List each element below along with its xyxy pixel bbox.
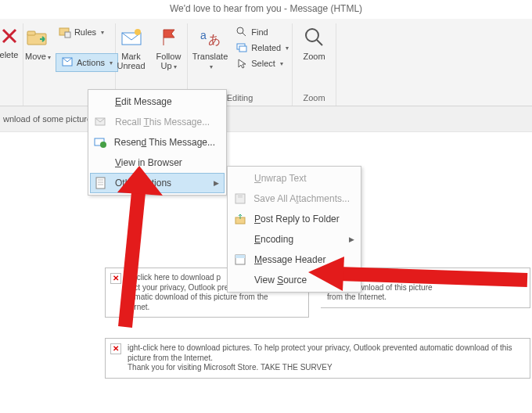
rules-button[interactable]: Rules▾: [56, 25, 118, 39]
related-icon: [235, 41, 248, 54]
svg-rect-5: [65, 32, 70, 38]
save-icon: [232, 192, 247, 206]
svg-point-19: [100, 142, 106, 148]
blocked-x-icon: ✕: [110, 343, 121, 354]
info-bar[interactable]: wnload of some pictures in this message.: [0, 106, 532, 132]
rules-icon: [59, 26, 71, 38]
window-title: We'd love to hear from you - Message (HT…: [0, 0, 532, 19]
menu-unwrap: Unwrap Text Unwrap Text: [229, 168, 359, 189]
sheet-icon: [93, 176, 109, 190]
select-button[interactable]: Select▾: [232, 56, 292, 70]
blocked-image-3[interactable]: ✕ ight-click here to download pictures. …: [105, 338, 530, 379]
delete-button[interactable]: elete: [0, 23, 22, 59]
header-icon: [232, 253, 248, 267]
translate-button[interactable]: aあ Translate▾: [188, 23, 232, 73]
menu-other-actions[interactable]: Other Actions Other Actions ▶: [90, 173, 225, 193]
menu-recall: Recall This Message... Recall This Messa…: [90, 112, 225, 132]
resend-icon: [93, 135, 108, 149]
svg-line-16: [317, 40, 322, 45]
svg-rect-20: [96, 178, 105, 189]
ribbon: elete Move▾ Rules▾: [0, 19, 532, 106]
svg-rect-14: [239, 46, 246, 52]
follow-up-button[interactable]: Follow Up▾: [149, 23, 189, 73]
actions-icon: [61, 56, 74, 70]
svg-rect-28: [235, 255, 245, 258]
mark-unread-button[interactable]: Mark Unread: [114, 23, 149, 72]
blocked-x-icon: ✕: [110, 273, 121, 284]
related-button[interactable]: Related▾: [232, 41, 292, 55]
translate-icon: aあ: [198, 25, 223, 50]
group-label-zoom: Zoom: [297, 92, 331, 106]
svg-line-12: [243, 33, 246, 36]
search-icon: [235, 26, 248, 38]
menu-post-reply[interactable]: Post Reply to Folder Post Reply to Folde…: [229, 209, 359, 229]
recall-icon: [93, 115, 109, 129]
menu-view-browser[interactable]: View in Browser View in Browser: [90, 153, 225, 173]
other-actions-menu: Unwrap Text Unwrap Text Save All Attachm…: [227, 166, 361, 293]
menu-message-header[interactable]: Message Header Message Header: [229, 250, 359, 270]
post-icon: [232, 212, 248, 226]
svg-point-15: [306, 29, 318, 41]
menu-save-attachments: Save All Attachments... Save All Attachm…: [229, 189, 359, 209]
flag-icon: [156, 25, 182, 50]
svg-rect-3: [27, 31, 35, 35]
svg-text:a: a: [200, 29, 207, 41]
delete-x-icon: [0, 23, 22, 48]
svg-point-11: [237, 27, 243, 34]
folder-move-icon: [25, 25, 50, 50]
menu-edit-message[interactable]: EEdit Messagedit Message: [90, 92, 225, 112]
zoom-button[interactable]: Zoom: [297, 23, 332, 63]
menu-resend[interactable]: Resend This Message... Resend This Messa…: [90, 132, 225, 153]
svg-text:あ: あ: [208, 33, 221, 46]
svg-point-8: [135, 29, 141, 35]
zoom-icon: [302, 25, 327, 50]
menu-encoding[interactable]: Encoding Encoding ▶: [229, 229, 359, 250]
envelope-icon: [119, 25, 144, 50]
actions-button[interactable]: Actions▾: [56, 53, 118, 72]
find-button[interactable]: Find: [232, 25, 292, 39]
move-button[interactable]: Move▾: [20, 23, 56, 63]
cursor-icon: [235, 57, 248, 70]
menu-view-source[interactable]: View Source View Source: [229, 270, 359, 290]
actions-menu: EEdit Messagedit Message Recall This Mes…: [88, 89, 227, 196]
svg-rect-25: [238, 194, 243, 198]
